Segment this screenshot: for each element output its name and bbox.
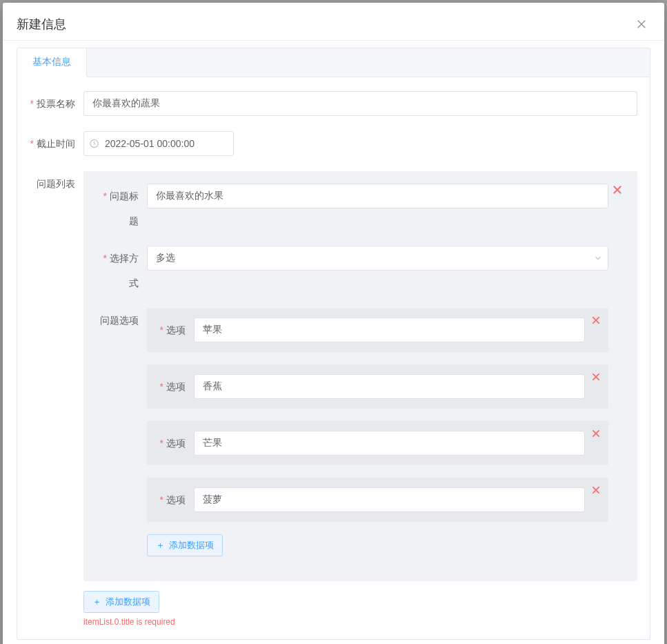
dialog: 新建信息 基本信息 投票名称 截止时间 xyxy=(3,3,664,644)
row-select-mode: 选择方式 xyxy=(96,246,608,295)
chevron-down-icon xyxy=(593,253,603,263)
label-select-mode: 选择方式 xyxy=(96,246,147,295)
option-item: 选项 xyxy=(147,308,608,352)
vote-name-input[interactable] xyxy=(83,91,637,116)
label-option: 选项 xyxy=(157,374,194,399)
delete-option-icon[interactable] xyxy=(590,485,601,496)
option-item: 选项 xyxy=(147,478,608,522)
label-vote-name: 投票名称 xyxy=(30,91,83,116)
tab-basic-label: 基本信息 xyxy=(32,56,71,68)
delete-question-icon[interactable] xyxy=(611,184,624,196)
delete-option-icon[interactable] xyxy=(590,428,601,439)
option-input-3[interactable] xyxy=(194,487,585,512)
add-question-label: 添加数据项 xyxy=(106,596,150,608)
close-icon[interactable] xyxy=(633,15,650,33)
label-option: 选项 xyxy=(157,487,194,512)
label-options: 问题选项 xyxy=(96,308,147,333)
row-vote-name: 投票名称 xyxy=(30,91,637,116)
delete-option-icon[interactable] xyxy=(590,315,601,326)
dialog-title: 新建信息 xyxy=(17,16,66,32)
plus-icon: ＋ xyxy=(156,539,165,552)
option-input-0[interactable] xyxy=(194,318,585,342)
label-option: 选项 xyxy=(157,431,194,456)
label-question-title: 问题标题 xyxy=(96,184,147,233)
label-questions: 问题列表 xyxy=(30,171,83,196)
modal-backdrop: 新建信息 基本信息 投票名称 截止时间 xyxy=(0,0,667,644)
question-title-input[interactable] xyxy=(147,184,608,208)
option-item: 选项 xyxy=(147,364,608,409)
add-option-button[interactable]: ＋ 添加数据项 xyxy=(147,534,223,556)
error-message: itemList.0.title is required xyxy=(83,617,637,627)
deadline-input[interactable] xyxy=(83,131,234,156)
plus-icon: ＋ xyxy=(92,596,101,608)
clock-icon xyxy=(89,139,99,149)
tabs-nav: 基本信息 xyxy=(17,48,650,77)
label-option: 选项 xyxy=(157,318,194,342)
label-deadline: 截止时间 xyxy=(30,131,83,156)
delete-option-icon[interactable] xyxy=(590,371,601,382)
option-item: 选项 xyxy=(147,421,608,465)
select-mode-input[interactable] xyxy=(147,246,608,271)
row-options: 问题选项 选项 xyxy=(96,308,608,556)
add-option-label: 添加数据项 xyxy=(169,539,214,552)
add-question-button[interactable]: ＋ 添加数据项 xyxy=(83,591,159,613)
row-questions: 问题列表 问题标题 xyxy=(30,171,637,627)
row-question-title: 问题标题 xyxy=(96,184,608,233)
row-deadline: 截止时间 xyxy=(30,131,637,156)
option-input-2[interactable] xyxy=(194,431,585,456)
dialog-body: 基本信息 投票名称 截止时间 xyxy=(3,40,664,644)
option-input-1[interactable] xyxy=(194,374,585,399)
tab-content: 投票名称 截止时间 xyxy=(17,77,650,639)
dialog-header: 新建信息 xyxy=(3,3,664,40)
tabs: 基本信息 投票名称 截止时间 xyxy=(17,48,650,640)
question-block: 问题标题 选择方式 xyxy=(83,171,637,581)
tab-basic[interactable]: 基本信息 xyxy=(17,48,87,77)
